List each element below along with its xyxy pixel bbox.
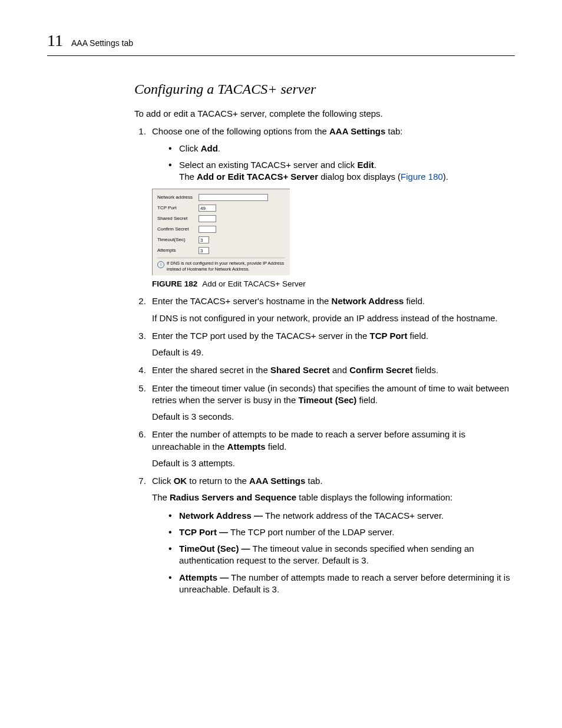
chapter-number: 11 — [47, 29, 63, 52]
s7-b1: OK — [174, 476, 187, 486]
dlg-input-confirm-secret[interactable] — [199, 226, 216, 233]
s5-note: Default is 3 seconds. — [152, 411, 515, 423]
s7b2-text: The TCP port number of the LDAP server. — [228, 527, 394, 537]
s4-b2: Confirm Secret — [349, 365, 413, 375]
s4-tail: fields. — [413, 365, 438, 375]
s7-sub-tail: table displays the following information… — [296, 492, 452, 502]
b1-lead: Click — [179, 143, 201, 153]
b1-tail: . — [218, 143, 220, 153]
s6-lead: Enter the number of attempts to be made … — [152, 429, 465, 451]
s7-bullet-timeout: TimeOut (Sec) — The timeout value in sec… — [168, 543, 515, 567]
s7b1-bold: Network Address — — [179, 510, 263, 521]
page: 11 AAA Settings tab Configuring a TACACS… — [0, 0, 562, 728]
section-title: Configuring a TACACS+ server — [134, 80, 515, 98]
b1-bold: Add — [201, 143, 218, 153]
s6-tail: field. — [266, 442, 287, 452]
step-6: Enter the number of attempts to be made … — [148, 429, 515, 469]
step1-lead: Choose one of the following options from… — [152, 126, 329, 136]
dlg-label-tcp-port: TCP Port — [157, 205, 199, 212]
dlg-label-attempts: Attempts — [157, 248, 199, 254]
step1-tail: tab: — [385, 126, 402, 136]
s4-mid: and — [330, 365, 349, 375]
dialog-figure: Network address TCP Port 49 Shared Secre… — [152, 189, 515, 289]
s2-lead: Enter the TACACS+ server's hostname in t… — [152, 296, 332, 306]
s7-bullet-network-address: Network Address — The network address of… — [168, 510, 515, 522]
step-2: Enter the TACACS+ server's hostname in t… — [148, 295, 515, 324]
dlg-input-attempts[interactable]: 3 — [199, 247, 209, 254]
b2-lead: Select an existing TACACS+ server and cl… — [179, 160, 358, 170]
step1-bullet-add: Click Add. — [168, 143, 515, 154]
sub-mid: dialog box displays ( — [318, 172, 401, 182]
tacacs-dialog: Network address TCP Port 49 Shared Secre… — [152, 189, 290, 275]
sub-bold: Add or Edit TACACS+ Server — [197, 172, 318, 182]
s7b4-text: The number of attempts made to reach a s… — [179, 572, 510, 594]
s4-b1: Shared Secret — [270, 365, 330, 375]
dlg-divider — [157, 258, 285, 258]
sub-lead: The — [179, 172, 197, 182]
s7-sub: The Radius Servers and Sequence table di… — [152, 492, 515, 503]
s7b4-bold: Attempts — — [179, 572, 229, 582]
s3-lead: Enter the TCP port used by the TACACS+ s… — [152, 331, 370, 341]
steps-list: Choose one of the following options from… — [134, 126, 515, 595]
step-3: Enter the TCP port used by the TACACS+ s… — [148, 330, 515, 359]
figure-number: FIGURE 182 — [152, 279, 197, 288]
step1-aaa-settings: AAA Settings — [329, 126, 385, 136]
dlg-input-timeout[interactable]: 3 — [199, 236, 209, 243]
s7-sub-bold: Radius Servers and Sequence — [170, 492, 296, 502]
figure-link[interactable]: Figure 180 — [401, 172, 443, 182]
intro-paragraph: To add or edit a TACACS+ server, complet… — [134, 108, 515, 120]
s7-bullet-attempts: Attempts — The number of attempts made t… — [168, 572, 515, 596]
figure-caption-text: Add or Edit TACACS+ Server — [202, 279, 305, 288]
page-header: 11 AAA Settings tab — [47, 29, 515, 56]
step-4: Enter the shared secret in the Shared Se… — [148, 364, 515, 376]
b2-bold: Edit — [358, 160, 374, 170]
dlg-input-tcp-port[interactable]: 49 — [199, 205, 216, 212]
dlg-label-shared-secret: Shared Secret — [157, 216, 199, 222]
s7-bullet-tcp-port: TCP Port — The TCP port number of the LD… — [168, 526, 515, 538]
s5-tail: field. — [356, 395, 378, 405]
s7-sub-lead: The — [152, 492, 170, 502]
s6-note: Default is 3 attempts. — [152, 457, 515, 469]
dlg-label-confirm-secret: Confirm Secret — [157, 226, 199, 233]
b2-tail: . — [374, 160, 376, 170]
s3-bold: TCP Port — [370, 331, 408, 341]
s3-note: Default is 49. — [152, 347, 515, 358]
s2-bold: Network Address — [332, 296, 404, 306]
s4-lead: Enter the shared secret in the — [152, 365, 270, 375]
dlg-input-network-address[interactable] — [199, 194, 268, 201]
info-icon: i — [157, 261, 164, 268]
step-5: Enter the timeout timer value (in second… — [148, 383, 515, 423]
step7-bullets: Network Address — The network address of… — [168, 510, 515, 596]
dlg-label-network-address: Network address — [157, 195, 199, 201]
s3-tail: field. — [407, 331, 428, 341]
s7-mid: to return to the — [187, 476, 249, 486]
step-7: Click OK to return to the AAA Settings t… — [148, 475, 515, 595]
s7b1-text: The network address of the TACACS+ serve… — [263, 510, 444, 521]
dlg-note: If DNS is not configured in your network… — [167, 261, 285, 272]
content-area: Configuring a TACACS+ server To add or e… — [134, 80, 515, 595]
s5-bold: Timeout (Sec) — [298, 395, 356, 405]
dlg-label-timeout: Timeout(Sec) — [157, 237, 199, 243]
step-1: Choose one of the following options from… — [148, 126, 515, 289]
dlg-input-shared-secret[interactable] — [199, 215, 216, 222]
s7b3-bold: TimeOut (Sec) — — [179, 543, 250, 554]
step1-sub: The Add or Edit TACACS+ Server dialog bo… — [179, 171, 515, 183]
s7-tail: tab. — [305, 476, 322, 486]
s2-tail: field. — [404, 296, 425, 306]
s2-note: If DNS is not configured in your network… — [152, 312, 515, 324]
running-title: AAA Settings tab — [71, 38, 133, 49]
sub-tail: ). — [443, 172, 448, 182]
s7-lead: Click — [152, 476, 174, 486]
s7-b2: AAA Settings — [249, 476, 305, 486]
s6-bold: Attempts — [227, 442, 266, 452]
step1-bullets: Click Add. Select an existing TACACS+ se… — [168, 143, 515, 183]
figure-caption: FIGURE 182Add or Edit TACACS+ Server — [152, 279, 515, 289]
step1-bullet-edit: Select an existing TACACS+ server and cl… — [168, 159, 515, 183]
s7b2-bold: TCP Port — — [179, 527, 228, 537]
